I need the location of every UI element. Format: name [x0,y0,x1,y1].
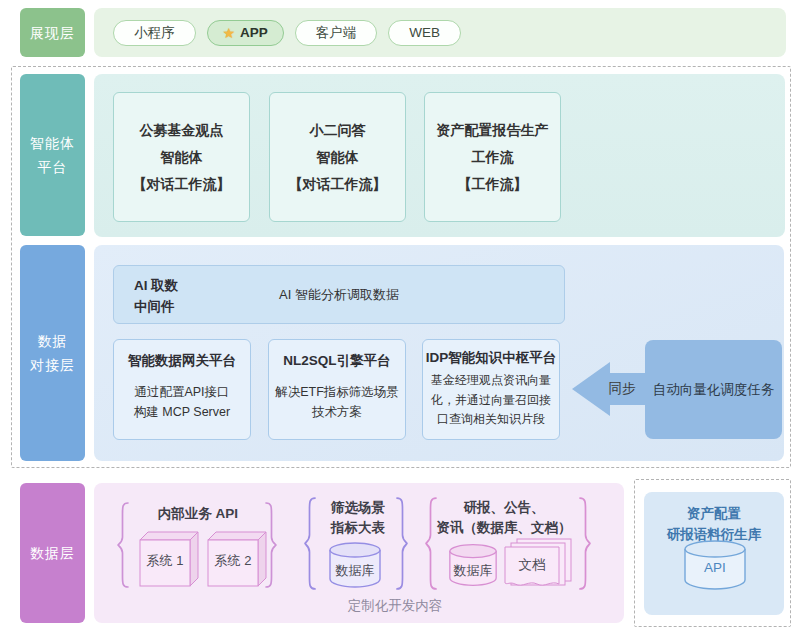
agent-card-3-line1: 资产配置报告生产 [437,117,549,144]
agent-card-1-line2: 智能体 [161,144,203,171]
integration-label-line2: 对接层 [30,353,75,377]
pill-mini-program-label: 小程序 [134,24,175,42]
agent-card-2-line1: 小二问答 [310,117,366,144]
indicator-table-title-line1: 筛选场景 [313,498,403,518]
system2-label: 系统 2 [208,552,258,570]
agent-card-qa: 小二问答 智能体 【对话工作流】 [269,92,406,222]
document-label: 文档 [505,556,559,574]
data-layer-label-text: 数据层 [30,541,75,565]
pill-client: 客户端 [295,20,378,46]
ai-middleware-desc: AI 智能分析调取数据 [114,266,564,323]
agent-card-3-line3: 【工作流】 [458,171,528,198]
system1-label: 系统 1 [140,552,190,570]
platform-1-desc: 通过配置API接口 构建 MCP Server [114,382,250,422]
platform-card-data-gateway: 智能数据网关平台 通过配置API接口 构建 MCP Server [113,339,251,440]
agent-card-3-line2: 工作流 [472,144,514,171]
customization-footnote: 定制化开发内容 [300,597,490,615]
platform-card-nl2sql: NL2SQL引擎平台 解决ETF指标筛选场景 技术方案 [268,339,406,440]
api-label: API [683,560,747,575]
layer-label-presentation-text: 展现层 [30,21,75,45]
sync-label: 同步 [594,380,650,398]
scheduler-task-label: 自动向量化调度任务 [653,381,775,399]
platform-2-desc: 解决ETF指标筛选场景 技术方案 [269,382,405,422]
indicator-table-title-line2: 指标大表 [313,518,403,538]
star-icon: ★ [223,25,236,41]
agent-card-1-line3: 【对话工作流】 [133,171,231,198]
agent-card-report-workflow: 资产配置报告生产 工作流 【工作流】 [424,92,561,222]
presentation-panel: 小程序 ★ APP 客户端 WEB [94,8,786,57]
pill-web-label: WEB [409,25,440,40]
pill-client-label: 客户端 [316,24,357,42]
right-brace-icon [578,497,592,590]
internal-api-title: 内部业务 API [128,504,268,524]
derived-corpus-title: 资产配置 研报语料衍生库 [644,503,784,545]
layer-label-presentation: 展现层 [20,8,85,57]
layer-label-agent-platform: 智能体 平台 [20,74,85,236]
architecture-diagram: 展现层 小程序 ★ APP 客户端 WEB 智能体 平台 公募基金观点 智能体 … [0,0,800,634]
research-info-title-line2: 资讯（数据库、文档） [434,518,574,538]
platform-1-desc-line1: 通过配置API接口 [114,382,250,402]
pill-mini-program: 小程序 [113,20,196,46]
agent-label-line2: 平台 [38,155,68,179]
platform-card-idp: IDP智能知识中枢平台 基金经理观点资讯向量化，并通过向量召回接口查询相关知识片… [422,339,560,440]
research-info-title: 研报、公告、 资讯（数据库、文档） [434,498,574,538]
agent-label-line1: 智能体 [30,131,75,155]
layer-label-data-integration: 数据 对接层 [20,245,85,461]
pill-app: ★ APP [207,20,284,46]
layer-label-data: 数据层 [20,483,85,623]
indicator-db-label: 数据库 [328,562,382,580]
indicator-table-title: 筛选场景 指标大表 [313,498,403,538]
agent-card-1-line1: 公募基金观点 [140,117,224,144]
integration-label-line1: 数据 [38,329,68,353]
platform-2-desc-line1: 解决ETF指标筛选场景 [269,382,405,402]
platform-1-desc-line2: 构建 MCP Server [114,402,250,422]
agent-card-fund-opinion: 公募基金观点 智能体 【对话工作流】 [113,92,250,222]
platform-3-title: IDP智能知识中枢平台 [423,349,559,367]
agent-card-2-line2: 智能体 [317,144,359,171]
scheduler-task-box: 自动向量化调度任务 [645,340,782,439]
pill-app-label: APP [240,25,268,40]
pill-web: WEB [388,20,461,46]
platform-3-desc: 基金经理观点资讯向量化，并通过向量召回接口查询相关知识片段 [428,371,554,430]
platform-2-title: NL2SQL引擎平台 [269,352,405,370]
research-info-title-line1: 研报、公告、 [434,498,574,518]
ai-middleware-card: AI 取数 中间件 AI 智能分析调取数据 [113,265,565,324]
platform-1-title: 智能数据网关平台 [114,352,250,370]
agent-card-2-line3: 【对话工作流】 [289,171,387,198]
research-db-label: 数据库 [446,562,500,580]
derived-corpus-title-line1: 资产配置 [644,503,784,524]
platform-2-desc-line2: 技术方案 [269,402,405,422]
